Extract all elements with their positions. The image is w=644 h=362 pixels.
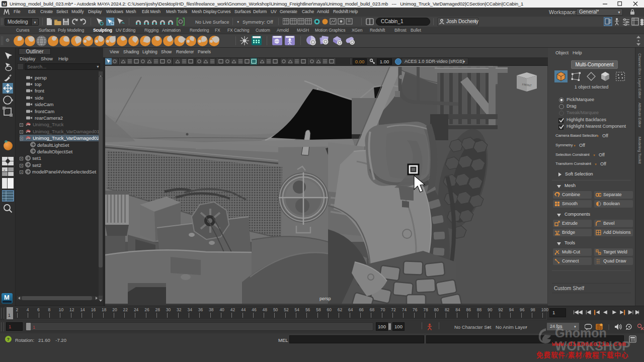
- svg-text:THE: THE: [555, 326, 563, 330]
- svg-text:M: M: [3, 2, 6, 7]
- svg-text:+: +: [4, 168, 6, 171]
- svg-text:persp: persp: [319, 296, 331, 301]
